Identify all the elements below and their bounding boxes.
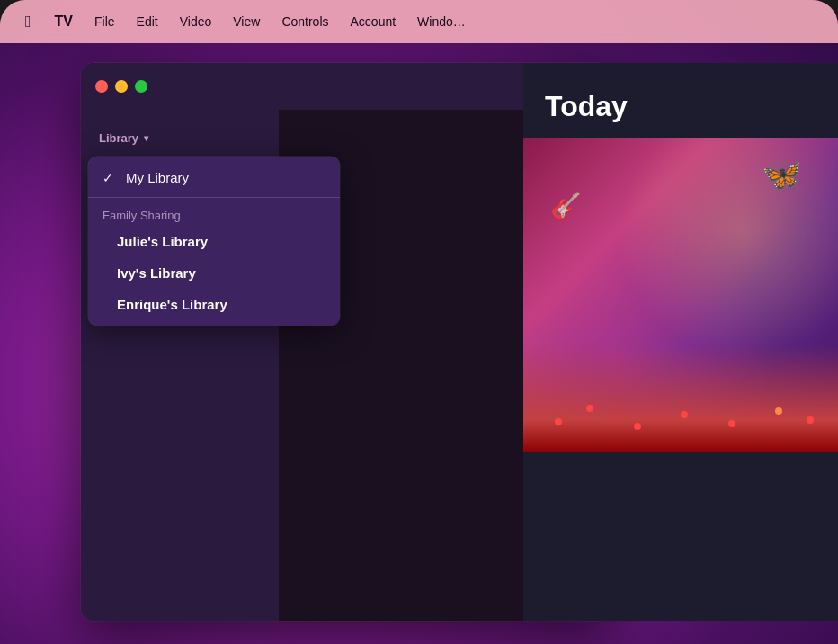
my-library-option[interactable]: ✓ My Library bbox=[88, 162, 340, 193]
menu-view[interactable]: View bbox=[224, 11, 269, 32]
screen:  TV File Edit Video View Controls Accou… bbox=[0, 0, 838, 644]
menu-file[interactable]: File bbox=[85, 11, 124, 32]
menu-tv[interactable]: TV bbox=[46, 10, 82, 33]
flower-decoration bbox=[775, 407, 782, 415]
julies-library-label: Julie's Library bbox=[117, 234, 208, 249]
sidebar: Library ▾ ✓ My Library Family Sharing bbox=[81, 110, 279, 621]
menu-video[interactable]: Video bbox=[171, 11, 221, 32]
close-button[interactable] bbox=[95, 80, 108, 93]
menu-edit[interactable]: Edit bbox=[128, 11, 167, 32]
dropdown-divider bbox=[88, 197, 340, 198]
today-header: Today bbox=[523, 63, 838, 138]
library-dropdown[interactable]: ✓ My Library Family Sharing Julie's Libr… bbox=[88, 157, 340, 326]
ivys-library-label: Ivy's Library bbox=[117, 265, 196, 281]
flower-decoration bbox=[728, 420, 735, 427]
enriques-library-label: Enrique's Library bbox=[117, 297, 227, 312]
menu-controls[interactable]: Controls bbox=[272, 11, 337, 32]
library-section-header[interactable]: Library ▾ ✓ My Library Family Sharing bbox=[81, 124, 279, 152]
flower-decoration bbox=[586, 405, 593, 412]
flower-decoration bbox=[555, 418, 562, 425]
my-library-label: My Library bbox=[126, 170, 189, 185]
menu-window[interactable]: Windo… bbox=[408, 11, 475, 32]
minimize-button[interactable] bbox=[115, 80, 128, 93]
flower-decoration bbox=[681, 411, 688, 418]
right-panel: Today 🦋 🎸 bbox=[523, 63, 838, 621]
flower-decoration bbox=[807, 416, 814, 424]
julies-library-option[interactable]: Julie's Library bbox=[88, 226, 340, 257]
flower-decoration bbox=[634, 423, 641, 430]
family-sharing-header: Family Sharing bbox=[88, 201, 340, 226]
menubar:  TV File Edit Video View Controls Accou… bbox=[0, 0, 838, 43]
chevron-down-icon: ▾ bbox=[144, 133, 148, 143]
apple-menu-icon[interactable]:  bbox=[14, 9, 42, 35]
checkmark-icon: ✓ bbox=[103, 171, 117, 185]
maximize-button[interactable] bbox=[135, 80, 147, 93]
library-label: Library bbox=[99, 131, 138, 145]
movie-thumbnail[interactable]: 🦋 🎸 bbox=[523, 138, 838, 452]
menu-account[interactable]: Account bbox=[342, 11, 406, 32]
ivys-library-option[interactable]: Ivy's Library bbox=[88, 257, 340, 289]
movie-flowers-decoration bbox=[523, 344, 838, 452]
enriques-library-option[interactable]: Enrique's Library bbox=[88, 289, 340, 320]
